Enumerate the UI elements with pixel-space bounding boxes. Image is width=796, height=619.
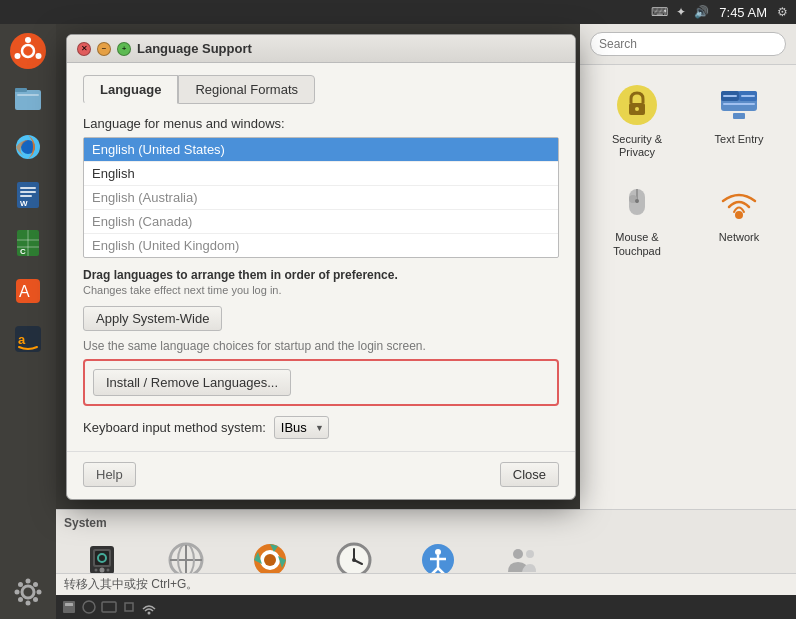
login-hint: Use the same language choices for startu… xyxy=(83,339,559,353)
close-window-button[interactable]: ✕ xyxy=(77,42,91,56)
topbar-icons: ⌨ ✦ 🔊 xyxy=(651,5,709,19)
volume-icon[interactable]: 🔊 xyxy=(694,5,709,19)
install-remove-languages-button[interactable]: Install / Remove Languages... xyxy=(93,369,291,396)
lang-item-en[interactable]: English xyxy=(84,162,558,186)
keyboard-status-icon[interactable]: ⌨ xyxy=(651,5,668,19)
bluetooth-icon[interactable]: ✦ xyxy=(676,5,686,19)
keyboard-input-label: Keyboard input method system: xyxy=(83,420,266,435)
keyboard-method-select[interactable]: IBus xyxy=(274,416,329,439)
lang-item-en-gb[interactable]: English (United Kingdom) xyxy=(84,234,558,257)
dialog-titlebar: ✕ − + Language Support xyxy=(67,35,575,63)
dialog-overlay: ✕ − + Language Support Language Regional… xyxy=(0,24,796,619)
tab-regional-formats[interactable]: Regional Formats xyxy=(178,75,315,104)
tab-language[interactable]: Language xyxy=(83,75,178,104)
drag-subhint: Changes take effect next time you log in… xyxy=(83,284,559,296)
topbar: ⌨ ✦ 🔊 7:45 AM ⚙ xyxy=(0,0,796,24)
install-remove-box: Install / Remove Languages... xyxy=(83,359,559,406)
apply-system-wide-button[interactable]: Apply System-Wide xyxy=(83,306,222,331)
language-list: English (United States) English English … xyxy=(83,137,559,258)
language-support-dialog: ✕ − + Language Support Language Regional… xyxy=(66,34,576,500)
system-menu-icon[interactable]: ⚙ xyxy=(777,5,788,19)
dialog-title: Language Support xyxy=(137,41,252,56)
keyboard-method-select-wrapper[interactable]: IBus xyxy=(274,416,329,439)
close-button[interactable]: Close xyxy=(500,462,559,487)
dialog-content: Language Regional Formats Language for m… xyxy=(67,63,575,451)
lang-item-en-us[interactable]: English (United States) xyxy=(84,138,558,162)
topbar-time: 7:45 AM xyxy=(719,5,767,20)
keyboard-input-row: Keyboard input method system: IBus xyxy=(83,416,559,439)
drag-hint: Drag languages to arrange them in order … xyxy=(83,268,559,282)
dialog-footer: Help Close xyxy=(67,451,575,499)
minimize-window-button[interactable]: − xyxy=(97,42,111,56)
dialog-tabs: Language Regional Formats xyxy=(83,75,559,104)
lang-item-en-au[interactable]: English (Australia) xyxy=(84,186,558,210)
maximize-window-button[interactable]: + xyxy=(117,42,131,56)
lang-item-en-ca[interactable]: English (Canada) xyxy=(84,210,558,234)
help-button[interactable]: Help xyxy=(83,462,136,487)
lang-for-menus-label: Language for menus and windows: xyxy=(83,116,559,131)
